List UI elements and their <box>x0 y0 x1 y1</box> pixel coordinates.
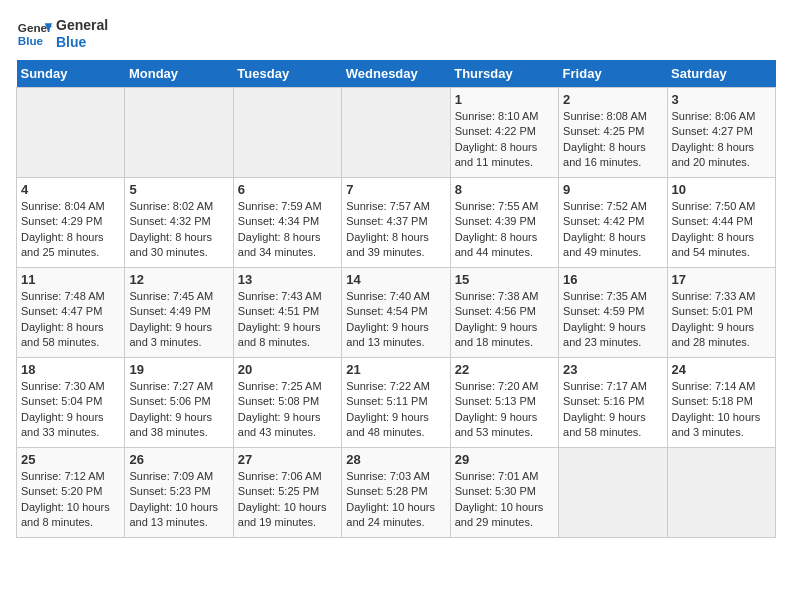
day-number: 26 <box>129 452 228 467</box>
day-info: Sunrise: 8:04 AM Sunset: 4:29 PM Dayligh… <box>21 199 120 261</box>
day-info: Sunrise: 7:59 AM Sunset: 4:34 PM Dayligh… <box>238 199 337 261</box>
logo-icon: General Blue <box>16 16 52 52</box>
day-info: Sunrise: 7:40 AM Sunset: 4:54 PM Dayligh… <box>346 289 445 351</box>
calendar-cell: 6Sunrise: 7:59 AM Sunset: 4:34 PM Daylig… <box>233 178 341 268</box>
day-number: 17 <box>672 272 771 287</box>
day-number: 22 <box>455 362 554 377</box>
day-info: Sunrise: 7:43 AM Sunset: 4:51 PM Dayligh… <box>238 289 337 351</box>
day-number: 11 <box>21 272 120 287</box>
calendar-cell: 22Sunrise: 7:20 AM Sunset: 5:13 PM Dayli… <box>450 358 558 448</box>
day-info: Sunrise: 7:55 AM Sunset: 4:39 PM Dayligh… <box>455 199 554 261</box>
day-number: 20 <box>238 362 337 377</box>
calendar-cell: 2Sunrise: 8:08 AM Sunset: 4:25 PM Daylig… <box>559 88 667 178</box>
weekday-header: Tuesday <box>233 60 341 88</box>
calendar-cell: 4Sunrise: 8:04 AM Sunset: 4:29 PM Daylig… <box>17 178 125 268</box>
day-number: 27 <box>238 452 337 467</box>
logo: General Blue General Blue <box>16 16 108 52</box>
calendar-cell <box>559 448 667 538</box>
day-info: Sunrise: 7:12 AM Sunset: 5:20 PM Dayligh… <box>21 469 120 531</box>
day-number: 6 <box>238 182 337 197</box>
day-number: 28 <box>346 452 445 467</box>
calendar-cell: 25Sunrise: 7:12 AM Sunset: 5:20 PM Dayli… <box>17 448 125 538</box>
day-info: Sunrise: 7:25 AM Sunset: 5:08 PM Dayligh… <box>238 379 337 441</box>
logo-general: General <box>56 17 108 34</box>
calendar-cell <box>233 88 341 178</box>
weekday-header: Monday <box>125 60 233 88</box>
calendar-header-row: SundayMondayTuesdayWednesdayThursdayFrid… <box>17 60 776 88</box>
calendar-cell: 29Sunrise: 7:01 AM Sunset: 5:30 PM Dayli… <box>450 448 558 538</box>
day-number: 15 <box>455 272 554 287</box>
calendar-cell: 16Sunrise: 7:35 AM Sunset: 4:59 PM Dayli… <box>559 268 667 358</box>
calendar-cell: 3Sunrise: 8:06 AM Sunset: 4:27 PM Daylig… <box>667 88 775 178</box>
day-number: 13 <box>238 272 337 287</box>
calendar-cell <box>667 448 775 538</box>
calendar-cell: 12Sunrise: 7:45 AM Sunset: 4:49 PM Dayli… <box>125 268 233 358</box>
day-number: 14 <box>346 272 445 287</box>
day-number: 3 <box>672 92 771 107</box>
calendar-week-row: 1Sunrise: 8:10 AM Sunset: 4:22 PM Daylig… <box>17 88 776 178</box>
day-info: Sunrise: 7:50 AM Sunset: 4:44 PM Dayligh… <box>672 199 771 261</box>
day-info: Sunrise: 7:38 AM Sunset: 4:56 PM Dayligh… <box>455 289 554 351</box>
calendar-cell: 23Sunrise: 7:17 AM Sunset: 5:16 PM Dayli… <box>559 358 667 448</box>
calendar-cell: 14Sunrise: 7:40 AM Sunset: 4:54 PM Dayli… <box>342 268 450 358</box>
day-info: Sunrise: 7:45 AM Sunset: 4:49 PM Dayligh… <box>129 289 228 351</box>
calendar-cell: 10Sunrise: 7:50 AM Sunset: 4:44 PM Dayli… <box>667 178 775 268</box>
day-number: 1 <box>455 92 554 107</box>
calendar-cell: 19Sunrise: 7:27 AM Sunset: 5:06 PM Dayli… <box>125 358 233 448</box>
day-info: Sunrise: 8:02 AM Sunset: 4:32 PM Dayligh… <box>129 199 228 261</box>
calendar-cell: 26Sunrise: 7:09 AM Sunset: 5:23 PM Dayli… <box>125 448 233 538</box>
calendar-cell: 15Sunrise: 7:38 AM Sunset: 4:56 PM Dayli… <box>450 268 558 358</box>
day-number: 12 <box>129 272 228 287</box>
logo-blue: Blue <box>56 34 108 51</box>
calendar-cell: 5Sunrise: 8:02 AM Sunset: 4:32 PM Daylig… <box>125 178 233 268</box>
calendar-week-row: 18Sunrise: 7:30 AM Sunset: 5:04 PM Dayli… <box>17 358 776 448</box>
day-number: 29 <box>455 452 554 467</box>
calendar-cell <box>342 88 450 178</box>
calendar-cell: 13Sunrise: 7:43 AM Sunset: 4:51 PM Dayli… <box>233 268 341 358</box>
day-number: 21 <box>346 362 445 377</box>
calendar-cell <box>125 88 233 178</box>
calendar-week-row: 4Sunrise: 8:04 AM Sunset: 4:29 PM Daylig… <box>17 178 776 268</box>
calendar-cell: 24Sunrise: 7:14 AM Sunset: 5:18 PM Dayli… <box>667 358 775 448</box>
calendar-table: SundayMondayTuesdayWednesdayThursdayFrid… <box>16 60 776 538</box>
calendar-cell: 20Sunrise: 7:25 AM Sunset: 5:08 PM Dayli… <box>233 358 341 448</box>
weekday-header: Friday <box>559 60 667 88</box>
calendar-cell: 17Sunrise: 7:33 AM Sunset: 5:01 PM Dayli… <box>667 268 775 358</box>
calendar-cell: 27Sunrise: 7:06 AM Sunset: 5:25 PM Dayli… <box>233 448 341 538</box>
day-number: 9 <box>563 182 662 197</box>
day-info: Sunrise: 8:08 AM Sunset: 4:25 PM Dayligh… <box>563 109 662 171</box>
calendar-cell: 21Sunrise: 7:22 AM Sunset: 5:11 PM Dayli… <box>342 358 450 448</box>
day-info: Sunrise: 7:27 AM Sunset: 5:06 PM Dayligh… <box>129 379 228 441</box>
calendar-cell <box>17 88 125 178</box>
calendar-cell: 18Sunrise: 7:30 AM Sunset: 5:04 PM Dayli… <box>17 358 125 448</box>
day-info: Sunrise: 7:03 AM Sunset: 5:28 PM Dayligh… <box>346 469 445 531</box>
calendar-cell: 7Sunrise: 7:57 AM Sunset: 4:37 PM Daylig… <box>342 178 450 268</box>
weekday-header: Sunday <box>17 60 125 88</box>
weekday-header: Saturday <box>667 60 775 88</box>
day-number: 4 <box>21 182 120 197</box>
day-info: Sunrise: 7:52 AM Sunset: 4:42 PM Dayligh… <box>563 199 662 261</box>
day-number: 23 <box>563 362 662 377</box>
day-info: Sunrise: 7:57 AM Sunset: 4:37 PM Dayligh… <box>346 199 445 261</box>
day-info: Sunrise: 7:20 AM Sunset: 5:13 PM Dayligh… <box>455 379 554 441</box>
weekday-header: Thursday <box>450 60 558 88</box>
day-info: Sunrise: 7:06 AM Sunset: 5:25 PM Dayligh… <box>238 469 337 531</box>
day-number: 5 <box>129 182 228 197</box>
day-info: Sunrise: 7:48 AM Sunset: 4:47 PM Dayligh… <box>21 289 120 351</box>
day-info: Sunrise: 7:30 AM Sunset: 5:04 PM Dayligh… <box>21 379 120 441</box>
day-info: Sunrise: 7:35 AM Sunset: 4:59 PM Dayligh… <box>563 289 662 351</box>
day-info: Sunrise: 7:01 AM Sunset: 5:30 PM Dayligh… <box>455 469 554 531</box>
day-number: 7 <box>346 182 445 197</box>
day-info: Sunrise: 7:17 AM Sunset: 5:16 PM Dayligh… <box>563 379 662 441</box>
calendar-week-row: 25Sunrise: 7:12 AM Sunset: 5:20 PM Dayli… <box>17 448 776 538</box>
day-info: Sunrise: 7:14 AM Sunset: 5:18 PM Dayligh… <box>672 379 771 441</box>
calendar-cell: 1Sunrise: 8:10 AM Sunset: 4:22 PM Daylig… <box>450 88 558 178</box>
day-number: 10 <box>672 182 771 197</box>
day-info: Sunrise: 7:09 AM Sunset: 5:23 PM Dayligh… <box>129 469 228 531</box>
day-number: 16 <box>563 272 662 287</box>
calendar-week-row: 11Sunrise: 7:48 AM Sunset: 4:47 PM Dayli… <box>17 268 776 358</box>
day-info: Sunrise: 7:22 AM Sunset: 5:11 PM Dayligh… <box>346 379 445 441</box>
day-info: Sunrise: 8:10 AM Sunset: 4:22 PM Dayligh… <box>455 109 554 171</box>
weekday-header: Wednesday <box>342 60 450 88</box>
calendar-cell: 8Sunrise: 7:55 AM Sunset: 4:39 PM Daylig… <box>450 178 558 268</box>
